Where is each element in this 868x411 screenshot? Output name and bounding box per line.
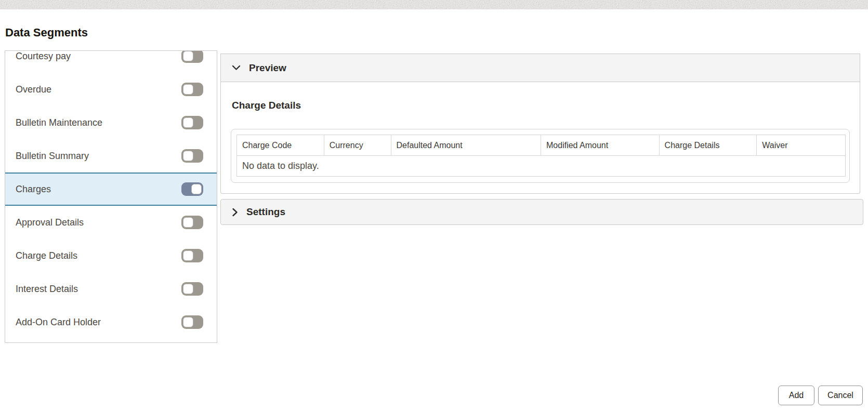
page-title: Data Segments [5, 26, 88, 39]
table-header-cell: Waiver [757, 135, 845, 155]
segment-toggle[interactable] [181, 182, 203, 196]
segment-label: Add-On Card Holder [16, 317, 101, 328]
data-segments-dialog: Data Segments Courtesy payOverdueBulleti… [0, 0, 868, 411]
settings-accordion-label: Settings [246, 206, 285, 218]
segment-row[interactable]: Approval Details [5, 206, 217, 239]
toggle-thumb [183, 151, 193, 161]
chevron-down-icon [232, 65, 241, 71]
table-header-cell: Charge Code [237, 135, 324, 155]
table-header-row: Charge CodeCurrencyDefaulted AmountModif… [237, 135, 845, 156]
segment-toggle[interactable] [181, 216, 203, 229]
segment-label: Charges [16, 184, 51, 195]
toggle-thumb [183, 51, 193, 61]
charge-details-section-title: Charge Details [232, 100, 301, 111]
segment-row[interactable]: Interest Details [5, 272, 217, 306]
toggle-thumb [183, 284, 193, 294]
segment-row[interactable]: Courtesy pay [5, 50, 217, 73]
chevron-right-icon [232, 208, 238, 217]
segment-label: Bulletin Maintenance [16, 117, 102, 128]
segment-label: Overdue [16, 84, 51, 95]
segment-toggle[interactable] [181, 50, 203, 63]
header-texture-band [0, 0, 868, 9]
segment-label: Approval Details [16, 217, 84, 228]
settings-accordion-header[interactable]: Settings [220, 199, 863, 225]
segments-scroll-area[interactable]: Courtesy payOverdueBulletin MaintenanceB… [5, 50, 217, 339]
segment-row[interactable]: Charges [5, 173, 217, 206]
table-header-cell: Charge Details [660, 135, 757, 155]
segment-row[interactable]: Charge Details [5, 239, 217, 272]
toggle-thumb [183, 250, 193, 261]
preview-accordion-body: Charge Details Charge CodeCurrencyDefaul… [220, 82, 860, 194]
segment-toggle[interactable] [181, 83, 203, 96]
table-header-cell: Defaulted Amount [391, 135, 542, 155]
segment-label: Interest Details [16, 284, 78, 295]
segment-label: Bulletin Summary [16, 151, 89, 162]
preview-accordion-header[interactable]: Preview [220, 54, 860, 82]
toggle-thumb [191, 184, 202, 194]
charge-details-table: Charge CodeCurrencyDefaulted AmountModif… [231, 129, 850, 183]
toggle-thumb [183, 84, 193, 95]
toggle-thumb [183, 317, 193, 327]
table-empty-message: No data to display. [237, 156, 845, 176]
preview-accordion-label: Preview [249, 62, 286, 74]
segment-toggle[interactable] [181, 116, 203, 129]
segment-row[interactable]: Overdue [5, 73, 217, 106]
segment-label: Courtesy pay [16, 51, 71, 62]
segment-toggle[interactable] [181, 249, 203, 262]
table-header-cell: Modified Amount [541, 135, 660, 155]
toggle-thumb [183, 217, 193, 228]
segment-toggle[interactable] [181, 149, 203, 163]
data-segments-list: Courtesy payOverdueBulletin MaintenanceB… [5, 50, 217, 343]
segment-toggle[interactable] [181, 282, 203, 296]
segment-toggle[interactable] [181, 315, 203, 329]
toggle-thumb [183, 117, 193, 128]
table-header-cell: Currency [324, 135, 391, 155]
add-button[interactable]: Add [778, 386, 814, 405]
segment-label: Charge Details [16, 250, 77, 261]
cancel-button[interactable]: Cancel [818, 386, 863, 405]
segment-row[interactable]: Add-On Card Holder [5, 306, 217, 339]
segment-row[interactable]: Bulletin Maintenance [5, 106, 217, 139]
segment-row[interactable]: Bulletin Summary [5, 139, 217, 173]
